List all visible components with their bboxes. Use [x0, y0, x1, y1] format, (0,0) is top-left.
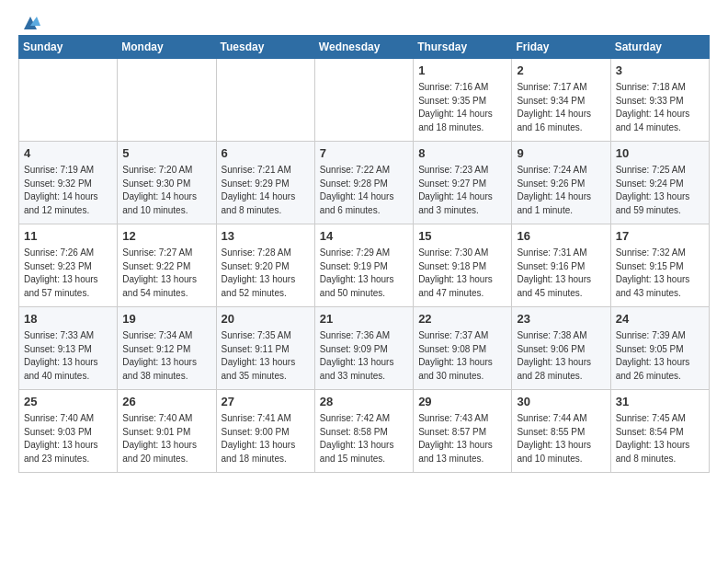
- day-info: Sunrise: 7:40 AM Sunset: 9:03 PM Dayligh…: [24, 412, 112, 465]
- day-info: Sunrise: 7:20 AM Sunset: 9:30 PM Dayligh…: [122, 164, 210, 217]
- day-number: 19: [122, 311, 210, 327]
- calendar-day-cell: 24Sunrise: 7:39 AM Sunset: 9:05 PM Dayli…: [610, 307, 709, 390]
- day-number: 3: [616, 63, 704, 79]
- calendar-header-cell: Wednesday: [314, 36, 413, 59]
- calendar-day-cell: 27Sunrise: 7:41 AM Sunset: 9:00 PM Dayli…: [216, 390, 314, 473]
- day-info: Sunrise: 7:31 AM Sunset: 9:16 PM Dayligh…: [517, 247, 605, 300]
- day-info: Sunrise: 7:22 AM Sunset: 9:28 PM Dayligh…: [320, 164, 408, 217]
- calendar-day-cell: 28Sunrise: 7:42 AM Sunset: 8:58 PM Dayli…: [314, 390, 413, 473]
- day-info: Sunrise: 7:38 AM Sunset: 9:06 PM Dayligh…: [517, 329, 605, 383]
- calendar-header-cell: Thursday: [414, 36, 512, 59]
- calendar-day-cell: 18Sunrise: 7:33 AM Sunset: 9:13 PM Dayli…: [19, 307, 118, 390]
- logo: [18, 15, 40, 29]
- calendar-day-cell: 19Sunrise: 7:34 AM Sunset: 9:12 PM Dayli…: [118, 307, 216, 390]
- calendar-day-cell: 16Sunrise: 7:31 AM Sunset: 9:16 PM Dayli…: [512, 224, 610, 307]
- day-number: 21: [320, 311, 408, 327]
- calendar-day-cell: 17Sunrise: 7:32 AM Sunset: 9:15 PM Dayli…: [610, 224, 709, 307]
- calendar-day-cell: 23Sunrise: 7:38 AM Sunset: 9:06 PM Dayli…: [512, 307, 610, 390]
- day-info: Sunrise: 7:41 AM Sunset: 9:00 PM Dayligh…: [222, 412, 310, 465]
- day-info: Sunrise: 7:21 AM Sunset: 9:29 PM Dayligh…: [222, 164, 310, 217]
- calendar-day-cell: 11Sunrise: 7:26 AM Sunset: 9:23 PM Dayli…: [19, 224, 118, 307]
- day-number: 25: [24, 394, 112, 410]
- day-number: 10: [616, 145, 704, 162]
- day-number: 18: [24, 311, 112, 327]
- calendar-day-cell: 30Sunrise: 7:44 AM Sunset: 8:55 PM Dayli…: [512, 390, 610, 473]
- calendar-day-cell: [19, 59, 118, 142]
- day-number: 31: [616, 394, 704, 410]
- calendar-day-cell: 7Sunrise: 7:22 AM Sunset: 9:28 PM Daylig…: [314, 142, 413, 224]
- calendar-day-cell: 25Sunrise: 7:40 AM Sunset: 9:03 PM Dayli…: [19, 390, 118, 473]
- day-number: 8: [418, 145, 506, 162]
- calendar-header-row: SundayMondayTuesdayWednesdayThursdayFrid…: [19, 36, 710, 59]
- day-info: Sunrise: 7:28 AM Sunset: 9:20 PM Dayligh…: [222, 247, 310, 300]
- day-info: Sunrise: 7:44 AM Sunset: 8:55 PM Dayligh…: [517, 412, 605, 465]
- calendar-header-cell: Saturday: [610, 36, 709, 59]
- calendar-header-cell: Friday: [512, 36, 610, 59]
- calendar-day-cell: [118, 59, 216, 142]
- day-info: Sunrise: 7:16 AM Sunset: 9:35 PM Dayligh…: [418, 81, 506, 134]
- day-info: Sunrise: 7:43 AM Sunset: 8:57 PM Dayligh…: [418, 412, 506, 465]
- day-number: 7: [320, 145, 408, 162]
- calendar-body: 1Sunrise: 7:16 AM Sunset: 9:35 PM Daylig…: [19, 59, 710, 473]
- day-number: 12: [122, 228, 210, 245]
- day-number: 13: [222, 228, 310, 245]
- calendar-day-cell: [314, 59, 413, 142]
- calendar-day-cell: 1Sunrise: 7:16 AM Sunset: 9:35 PM Daylig…: [414, 59, 512, 142]
- calendar-day-cell: 31Sunrise: 7:45 AM Sunset: 8:54 PM Dayli…: [610, 390, 709, 473]
- day-number: 15: [418, 228, 506, 245]
- day-info: Sunrise: 7:34 AM Sunset: 9:12 PM Dayligh…: [122, 329, 210, 383]
- day-number: 9: [517, 145, 605, 162]
- day-info: Sunrise: 7:32 AM Sunset: 9:15 PM Dayligh…: [616, 247, 704, 300]
- day-info: Sunrise: 7:30 AM Sunset: 9:18 PM Dayligh…: [418, 247, 506, 300]
- day-number: 23: [517, 311, 605, 327]
- calendar-day-cell: [216, 59, 314, 142]
- day-info: Sunrise: 7:24 AM Sunset: 9:26 PM Dayligh…: [517, 164, 605, 217]
- day-info: Sunrise: 7:36 AM Sunset: 9:09 PM Dayligh…: [320, 329, 408, 383]
- day-number: 28: [320, 394, 408, 410]
- day-number: 14: [320, 228, 408, 245]
- day-number: 2: [517, 63, 605, 79]
- day-number: 20: [222, 311, 310, 327]
- day-info: Sunrise: 7:29 AM Sunset: 9:19 PM Dayligh…: [320, 247, 408, 300]
- day-number: 16: [517, 228, 605, 245]
- calendar-day-cell: 5Sunrise: 7:20 AM Sunset: 9:30 PM Daylig…: [118, 142, 216, 224]
- calendar-day-cell: 29Sunrise: 7:43 AM Sunset: 8:57 PM Dayli…: [414, 390, 512, 473]
- day-info: Sunrise: 7:25 AM Sunset: 9:24 PM Dayligh…: [616, 164, 704, 217]
- calendar-day-cell: 2Sunrise: 7:17 AM Sunset: 9:34 PM Daylig…: [512, 59, 610, 142]
- day-info: Sunrise: 7:42 AM Sunset: 8:58 PM Dayligh…: [320, 412, 408, 465]
- calendar-week-row: 25Sunrise: 7:40 AM Sunset: 9:03 PM Dayli…: [19, 390, 710, 473]
- day-info: Sunrise: 7:17 AM Sunset: 9:34 PM Dayligh…: [517, 81, 605, 134]
- day-info: Sunrise: 7:33 AM Sunset: 9:13 PM Dayligh…: [24, 329, 112, 383]
- day-info: Sunrise: 7:26 AM Sunset: 9:23 PM Dayligh…: [24, 247, 112, 300]
- calendar-day-cell: 15Sunrise: 7:30 AM Sunset: 9:18 PM Dayli…: [414, 224, 512, 307]
- day-number: 30: [517, 394, 605, 410]
- day-info: Sunrise: 7:45 AM Sunset: 8:54 PM Dayligh…: [616, 412, 704, 465]
- calendar-week-row: 11Sunrise: 7:26 AM Sunset: 9:23 PM Dayli…: [19, 224, 710, 307]
- calendar-week-row: 1Sunrise: 7:16 AM Sunset: 9:35 PM Daylig…: [19, 59, 710, 142]
- calendar-day-cell: 14Sunrise: 7:29 AM Sunset: 9:19 PM Dayli…: [314, 224, 413, 307]
- day-info: Sunrise: 7:18 AM Sunset: 9:33 PM Dayligh…: [616, 81, 704, 134]
- day-number: 27: [222, 394, 310, 410]
- calendar-week-row: 18Sunrise: 7:33 AM Sunset: 9:13 PM Dayli…: [19, 307, 710, 390]
- calendar-day-cell: 26Sunrise: 7:40 AM Sunset: 9:01 PM Dayli…: [118, 390, 216, 473]
- day-number: 6: [222, 145, 310, 162]
- calendar-header-cell: Tuesday: [216, 36, 314, 59]
- day-info: Sunrise: 7:19 AM Sunset: 9:32 PM Dayligh…: [24, 164, 112, 217]
- day-info: Sunrise: 7:39 AM Sunset: 9:05 PM Dayligh…: [616, 329, 704, 383]
- day-info: Sunrise: 7:23 AM Sunset: 9:27 PM Dayligh…: [418, 164, 506, 217]
- calendar-header-cell: Monday: [118, 36, 216, 59]
- day-number: 4: [24, 145, 112, 162]
- calendar-header-cell: Sunday: [19, 36, 118, 59]
- day-number: 1: [418, 63, 506, 79]
- day-number: 5: [122, 145, 210, 162]
- day-number: 29: [418, 394, 506, 410]
- day-info: Sunrise: 7:35 AM Sunset: 9:11 PM Dayligh…: [222, 329, 310, 383]
- header: [18, 15, 710, 29]
- calendar-day-cell: 12Sunrise: 7:27 AM Sunset: 9:22 PM Dayli…: [118, 224, 216, 307]
- day-number: 17: [616, 228, 704, 245]
- calendar-day-cell: 10Sunrise: 7:25 AM Sunset: 9:24 PM Dayli…: [610, 142, 709, 224]
- day-info: Sunrise: 7:37 AM Sunset: 9:08 PM Dayligh…: [418, 329, 506, 383]
- calendar-table: SundayMondayTuesdayWednesdayThursdayFrid…: [18, 35, 710, 473]
- calendar-day-cell: 22Sunrise: 7:37 AM Sunset: 9:08 PM Dayli…: [414, 307, 512, 390]
- day-number: 24: [616, 311, 704, 327]
